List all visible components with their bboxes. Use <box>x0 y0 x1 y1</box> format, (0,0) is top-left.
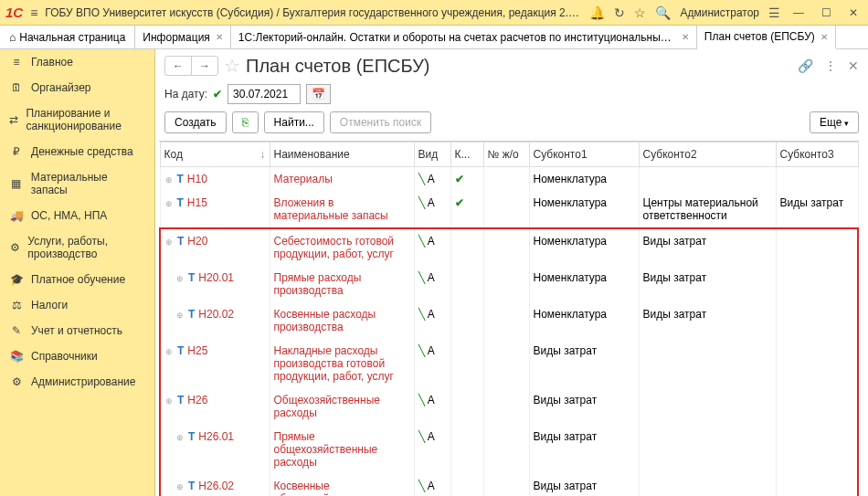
sidebar-item[interactable]: ✎Учет и отчетность <box>0 318 154 343</box>
sidebar-item-label: Органайзер <box>31 81 91 94</box>
table-row[interactable]: ⊕TН15Вложения в материальные запасы╲ А✔Н… <box>160 191 858 228</box>
vid-text: А <box>428 394 435 406</box>
tab-home[interactable]: ⌂ Начальная страница <box>0 26 135 48</box>
name-text: Себестоимость готовой продукции, работ, … <box>274 235 395 260</box>
col-code[interactable]: Код↓ <box>160 142 270 167</box>
table-row[interactable]: ⊕TН20.02Косвенные расходы производства╲ … <box>160 302 858 339</box>
expand-icon[interactable]: ⊕ <box>164 347 174 356</box>
table-row[interactable]: ⊕TН26Общехозяйственные расходы╲ АВиды за… <box>160 388 858 425</box>
close-icon[interactable]: ✕ <box>216 32 223 42</box>
subkonto3: Виды затрат <box>776 191 858 228</box>
tab-label: План счетов (ЕПСБУ) <box>704 30 815 43</box>
star-icon[interactable]: ☆ <box>634 5 646 20</box>
sidebar-item[interactable]: ⚙Услуги, работы, производство <box>0 228 154 267</box>
col-s2[interactable]: Субконто2 <box>639 142 776 167</box>
forward-button[interactable]: → <box>191 57 217 75</box>
sidebar-item[interactable]: 📚Справочники <box>0 343 154 369</box>
vid-mark-icon: ╲ <box>418 196 425 209</box>
col-vid[interactable]: Вид <box>414 142 450 167</box>
logo-1c: 1C <box>5 5 23 20</box>
expand-icon[interactable]: ⊕ <box>175 311 185 320</box>
sidebar-item-label: Планирование и санкционирование <box>26 107 145 132</box>
expand-icon[interactable]: ⊕ <box>175 274 185 283</box>
sidebar-item[interactable]: 🚚ОС, НМА, НПА <box>0 203 154 228</box>
sidebar-item[interactable]: 🎓Платное обучение <box>0 267 154 292</box>
find-button[interactable]: Найти... <box>264 111 324 133</box>
t-icon: T <box>177 196 184 209</box>
date-input[interactable] <box>228 84 301 104</box>
sidebar-item[interactable]: 🗓Органайзер <box>0 75 154 100</box>
grid[interactable]: Код↓ Наименование Вид К... № ж/о Субконт… <box>159 141 859 496</box>
close-button[interactable]: ✕ <box>844 6 863 19</box>
link-icon[interactable]: 🔗 <box>798 58 813 73</box>
vid-mark-icon: ╲ <box>418 271 425 284</box>
copy-button[interactable]: ⎘ <box>232 111 259 133</box>
close-page-icon[interactable]: ✕ <box>848 58 859 73</box>
check-icon: ✔ <box>455 173 464 185</box>
topbar: 1C ≡ ГОБУ ВПО Университет искусств (Субс… <box>0 0 868 26</box>
table-row[interactable]: ⊕TН20Себестоимость готовой продукции, ра… <box>160 228 858 266</box>
minimize-button[interactable]: — <box>789 6 808 19</box>
sidebar-icon: 🚚 <box>9 209 24 222</box>
col-name[interactable]: Наименование <box>270 142 414 167</box>
col-s3[interactable]: Субконто3 <box>776 142 858 167</box>
tab-item-active[interactable]: План счетов (ЕПСБУ) ✕ <box>697 26 836 49</box>
favorite-icon[interactable]: ☆ <box>224 55 240 77</box>
tab-item[interactable]: 1С:Лекторий-онлайн. Остатки и обороты на… <box>231 26 697 48</box>
sidebar-item[interactable]: ⚖Налоги <box>0 292 154 318</box>
expand-icon[interactable]: ⊕ <box>164 396 174 406</box>
sidebar-item[interactable]: ▦Материальные запасы <box>0 164 154 203</box>
subkonto3 <box>776 425 858 474</box>
subkonto2: Виды затрат <box>639 302 776 339</box>
back-button[interactable]: ← <box>165 57 191 75</box>
bell-icon[interactable]: 🔔 <box>589 5 605 20</box>
app-title: ГОБУ ВПО Университет искусств (Субсидия)… <box>45 6 582 19</box>
table-row[interactable]: ⊕TН26.01Прямые общехозяйственные расходы… <box>160 425 858 474</box>
sidebar-item[interactable]: ≡Главное <box>0 49 154 75</box>
subkonto1: Номенклатура <box>529 167 639 192</box>
table-row[interactable]: ⊕TН25Накладные расходы производства гото… <box>160 339 858 388</box>
expand-icon[interactable]: ⊕ <box>164 175 174 185</box>
button-bar: Создать ⎘ Найти... Отменить поиск Еще <box>155 111 868 141</box>
search-icon[interactable]: 🔍 <box>655 5 671 20</box>
create-button[interactable]: Создать <box>164 111 227 133</box>
cancel-find-button[interactable]: Отменить поиск <box>330 111 431 133</box>
history-icon[interactable]: ↻ <box>614 5 625 20</box>
sidebar-icon: ⚖ <box>9 299 24 311</box>
expand-icon[interactable]: ⊕ <box>164 237 174 247</box>
user-label[interactable]: Администратор <box>680 6 759 19</box>
table-row[interactable]: ⊕TН10Материалы╲ А✔Номенклатура <box>160 167 858 192</box>
date-checkbox[interactable]: ✔ <box>213 88 222 100</box>
col-s1[interactable]: Субконто1 <box>529 142 639 167</box>
table-row[interactable]: ⊕TН20.01Прямые расходы производства╲ АНо… <box>160 266 858 302</box>
col-njo[interactable]: № ж/о <box>483 142 529 167</box>
subkonto3 <box>776 339 858 388</box>
calendar-icon[interactable]: 📅 <box>306 84 331 104</box>
col-k[interactable]: К... <box>450 142 483 167</box>
close-icon[interactable]: ✕ <box>682 32 689 42</box>
table-row[interactable]: ⊕TН26.02Косвенные общехозяйственные расх… <box>160 474 858 496</box>
code-text: Н15 <box>187 196 207 209</box>
menu-icon[interactable]: ≡ <box>30 5 37 20</box>
expand-icon[interactable]: ⊕ <box>164 199 174 208</box>
name-text: Общехозяйственные расходы <box>274 394 380 419</box>
tab-item[interactable]: Информация ✕ <box>135 26 230 48</box>
expand-icon[interactable]: ⊕ <box>175 482 185 491</box>
subkonto3 <box>776 388 858 425</box>
user-menu-icon[interactable]: ☰ <box>768 5 780 20</box>
table-header-row: Код↓ Наименование Вид К... № ж/о Субконт… <box>160 142 858 167</box>
maximize-button[interactable]: ☐ <box>817 6 835 19</box>
close-icon[interactable]: ✕ <box>820 32 828 42</box>
expand-icon[interactable]: ⊕ <box>175 433 185 442</box>
sidebar-item[interactable]: ₽Денежные средства <box>0 139 154 164</box>
more-icon[interactable]: ⋮ <box>824 58 837 73</box>
sidebar-item-label: Налоги <box>31 299 68 311</box>
more-button[interactable]: Еще <box>810 111 859 133</box>
code-text: Н20 <box>187 235 207 248</box>
sidebar-item[interactable]: ⚙Администрирование <box>0 369 154 395</box>
sidebar-item[interactable]: ⇄Планирование и санкционирование <box>0 100 154 139</box>
vid-text: А <box>428 344 435 357</box>
sidebar-item-label: Денежные средства <box>31 145 133 158</box>
subkonto1: Номенклатура <box>529 302 639 339</box>
tab-label: 1С:Лекторий-онлайн. Остатки и обороты на… <box>238 31 676 44</box>
